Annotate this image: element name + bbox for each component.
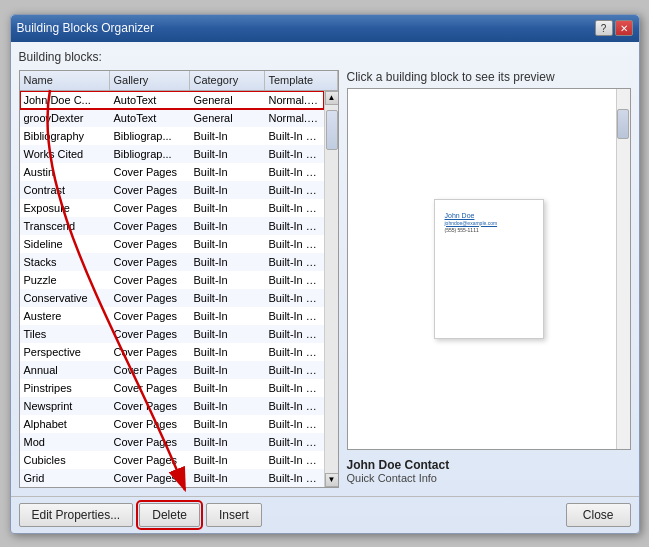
table-scrollbar[interactable]: ▲ ▼ bbox=[324, 91, 338, 487]
cell-category: Built-In bbox=[190, 436, 265, 448]
scroll-thumb[interactable] bbox=[326, 110, 338, 150]
table-row[interactable]: groovDexter AutoText General Normal.dotm bbox=[20, 109, 324, 127]
cell-template: Built-In Buil... bbox=[265, 220, 324, 232]
help-button[interactable]: ? bbox=[595, 20, 613, 36]
info-section: John Doe Contact Quick Contact Info bbox=[347, 454, 631, 488]
cell-category: Built-In bbox=[190, 364, 265, 376]
title-bar-buttons: ? ✕ bbox=[595, 20, 633, 36]
cell-category: Built-In bbox=[190, 400, 265, 412]
cell-template: Built-In Buil... bbox=[265, 310, 324, 322]
preview-label: Click a building block to see its previe… bbox=[347, 70, 631, 84]
preview-document: John Doe johndoe@example.com (555) 555-1… bbox=[434, 199, 544, 339]
cell-gallery: AutoText bbox=[110, 94, 190, 106]
cell-gallery: Cover Pages bbox=[110, 472, 190, 484]
preview-scroll-thumb[interactable] bbox=[617, 109, 629, 139]
cell-name: Austin bbox=[20, 166, 110, 178]
table-inner: John Doe C... AutoText General Normal.do… bbox=[20, 91, 338, 487]
cell-gallery: Bibliograp... bbox=[110, 130, 190, 142]
col-header-name[interactable]: Name bbox=[20, 71, 110, 90]
cell-category: Built-In bbox=[190, 292, 265, 304]
col-header-category[interactable]: Category bbox=[190, 71, 265, 90]
table-row[interactable]: Puzzle Cover Pages Built-In Built-In Bui… bbox=[20, 271, 324, 289]
cell-template: Built-In Buil... bbox=[265, 364, 324, 376]
cell-gallery: Cover Pages bbox=[110, 166, 190, 178]
table-row[interactable]: Exposure Cover Pages Built-In Built-In B… bbox=[20, 199, 324, 217]
cell-gallery: Cover Pages bbox=[110, 310, 190, 322]
cell-template: Built-In Buil... bbox=[265, 202, 324, 214]
scroll-down-button[interactable]: ▼ bbox=[325, 473, 338, 487]
cell-gallery: AutoText bbox=[110, 112, 190, 124]
col-header-template[interactable]: Template bbox=[265, 71, 338, 90]
building-blocks-label: Building blocks: bbox=[19, 50, 631, 64]
cell-template: Built-In Buil... bbox=[265, 184, 324, 196]
cell-name: Puzzle bbox=[20, 274, 110, 286]
cell-name: Perspective bbox=[20, 346, 110, 358]
cell-category: Built-In bbox=[190, 472, 265, 484]
table-row[interactable]: Conservative Cover Pages Built-In Built-… bbox=[20, 289, 324, 307]
table-row[interactable]: Sideline Cover Pages Built-In Built-In B… bbox=[20, 235, 324, 253]
cell-gallery: Cover Pages bbox=[110, 346, 190, 358]
cell-name: Newsprint bbox=[20, 400, 110, 412]
table-row[interactable]: Annual Cover Pages Built-In Built-In Bui… bbox=[20, 361, 324, 379]
cell-name: Pinstripes bbox=[20, 382, 110, 394]
preview-scrollbar[interactable] bbox=[616, 89, 630, 449]
scroll-track bbox=[325, 105, 338, 473]
cell-name: Stacks bbox=[20, 256, 110, 268]
cell-template: Built-In Buil... bbox=[265, 148, 324, 160]
cell-category: Built-In bbox=[190, 148, 265, 160]
cell-category: Built-In bbox=[190, 238, 265, 250]
cell-template: Built-In Buil... bbox=[265, 130, 324, 142]
preview-email: johndoe@example.com bbox=[445, 220, 498, 226]
col-header-gallery[interactable]: Gallery bbox=[110, 71, 190, 90]
table-header: Name Gallery Category Template bbox=[20, 71, 338, 91]
table-row[interactable]: Alphabet Cover Pages Built-In Built-In B… bbox=[20, 415, 324, 433]
cell-category: Built-In bbox=[190, 310, 265, 322]
table-row[interactable]: Bibliography Bibliograp... Built-In Buil… bbox=[20, 127, 324, 145]
cell-category: Built-In bbox=[190, 328, 265, 340]
cell-category: Built-In bbox=[190, 220, 265, 232]
table-row[interactable]: Austere Cover Pages Built-In Built-In Bu… bbox=[20, 307, 324, 325]
cell-gallery: Cover Pages bbox=[110, 364, 190, 376]
cell-template: Built-In Buil... bbox=[265, 436, 324, 448]
table-row[interactable]: Transcend Cover Pages Built-In Built-In … bbox=[20, 217, 324, 235]
delete-button[interactable]: Delete bbox=[139, 503, 200, 527]
table-body[interactable]: John Doe C... AutoText General Normal.do… bbox=[20, 91, 324, 487]
edit-properties-button[interactable]: Edit Properties... bbox=[19, 503, 134, 527]
info-title: John Doe Contact bbox=[347, 458, 631, 472]
table-row[interactable]: Mod Cover Pages Built-In Built-In Buil..… bbox=[20, 433, 324, 451]
cell-template: Built-In Buil... bbox=[265, 238, 324, 250]
cell-gallery: Cover Pages bbox=[110, 382, 190, 394]
table-row[interactable]: Contrast Cover Pages Built-In Built-In B… bbox=[20, 181, 324, 199]
table-row[interactable]: Tiles Cover Pages Built-In Built-In Buil… bbox=[20, 325, 324, 343]
dialog-title: Building Blocks Organizer bbox=[17, 21, 154, 35]
cell-name: Contrast bbox=[20, 184, 110, 196]
table-row[interactable]: Perspective Cover Pages Built-In Built-I… bbox=[20, 343, 324, 361]
cell-category: Built-In bbox=[190, 256, 265, 268]
table-row[interactable]: Grid Cover Pages Built-In Built-In Buil.… bbox=[20, 469, 324, 487]
cell-template: Built-In Buil... bbox=[265, 166, 324, 178]
cell-name: groovDexter bbox=[20, 112, 110, 124]
cell-name: Works Cited bbox=[20, 148, 110, 160]
insert-button[interactable]: Insert bbox=[206, 503, 262, 527]
preview-name: John Doe bbox=[445, 212, 475, 219]
cell-category: Built-In bbox=[190, 418, 265, 430]
table-row[interactable]: John Doe C... AutoText General Normal.do… bbox=[20, 91, 324, 109]
table-row[interactable]: Works Cited Bibliograp... Built-In Built… bbox=[20, 145, 324, 163]
window-close-button[interactable]: ✕ bbox=[615, 20, 633, 36]
table-row[interactable]: Pinstripes Cover Pages Built-In Built-In… bbox=[20, 379, 324, 397]
scroll-up-button[interactable]: ▲ bbox=[325, 91, 338, 105]
table-row[interactable]: Cubicles Cover Pages Built-In Built-In B… bbox=[20, 451, 324, 469]
close-dialog-button[interactable]: Close bbox=[566, 503, 631, 527]
info-subtitle: Quick Contact Info bbox=[347, 472, 631, 484]
cell-template: Built-In Buil... bbox=[265, 382, 324, 394]
cell-gallery: Cover Pages bbox=[110, 328, 190, 340]
cell-gallery: Cover Pages bbox=[110, 256, 190, 268]
cell-template: Built-In Buil... bbox=[265, 346, 324, 358]
cell-name: Grid bbox=[20, 472, 110, 484]
table-row[interactable]: Newsprint Cover Pages Built-In Built-In … bbox=[20, 397, 324, 415]
table-row[interactable]: Stacks Cover Pages Built-In Built-In Bui… bbox=[20, 253, 324, 271]
cell-gallery: Cover Pages bbox=[110, 220, 190, 232]
table-row[interactable]: Austin Cover Pages Built-In Built-In Bui… bbox=[20, 163, 324, 181]
cell-name: Conservative bbox=[20, 292, 110, 304]
cell-category: Built-In bbox=[190, 454, 265, 466]
